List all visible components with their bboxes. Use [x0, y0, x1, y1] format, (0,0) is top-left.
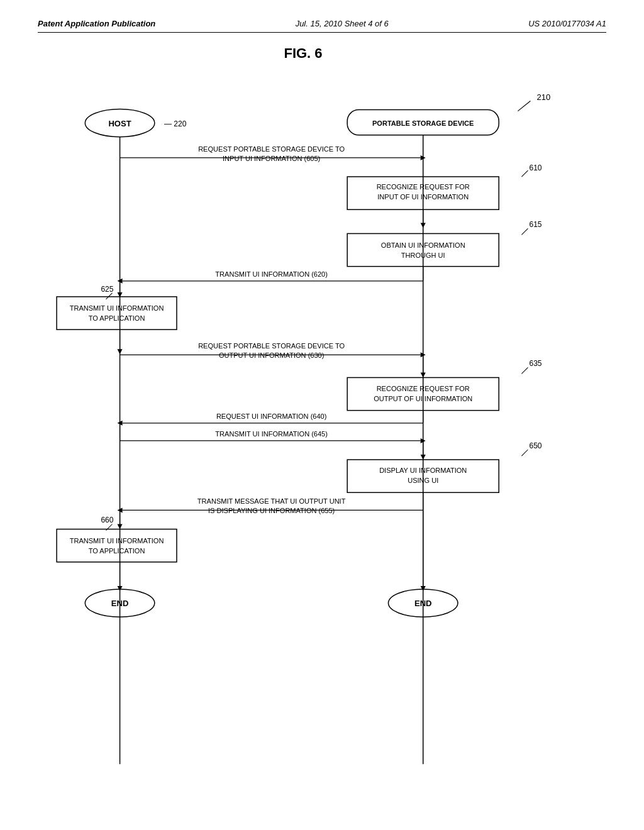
host-label: HOST [108, 119, 131, 128]
step-625-line2: TO APPLICATION [89, 314, 145, 322]
header-publication: Patent Application Publication [38, 19, 155, 28]
arrowhead-to-660 [118, 524, 123, 529]
step-625-box [57, 297, 177, 329]
step-605-line2: INPUT UI INFORMATION (605) [223, 155, 320, 162]
ref-625-line [106, 293, 112, 299]
ref-610: 610 [529, 163, 541, 172]
svg-line-0 [518, 101, 530, 111]
step-655-line1: TRANSMIT MESSAGE THAT UI OUTPUT UNIT [197, 497, 346, 505]
step-635-line2: OUTPUT OF UI INFORMATION [374, 395, 472, 402]
ref-625: 625 [101, 285, 113, 294]
header-date-sheet: Jul. 15, 2010 Sheet 4 of 6 [296, 19, 389, 28]
arrowhead-portable-end [421, 586, 426, 591]
ref-615: 615 [529, 220, 541, 229]
header-patent-number: US 2010/0177034 A1 [528, 19, 606, 28]
portable-storage-label: PORTABLE STORAGE DEVICE [372, 119, 474, 127]
arrowhead-660-end [118, 586, 123, 591]
step-660-line2: TO APPLICATION [89, 547, 145, 555]
page: Patent Application Publication Jul. 15, … [0, 0, 644, 830]
step-605-line1: REQUEST PORTABLE STORAGE DEVICE TO [198, 145, 345, 153]
ref-635: 635 [529, 359, 541, 368]
diagram-area: FIG. 6 210 HOST — 220 PORTABLE STORAGE D… [38, 45, 606, 800]
arrowhead-630-635 [421, 372, 426, 377]
step-610-line2: INPUT OF UI INFORMATION [377, 193, 469, 201]
flowchart-diagram: 210 HOST — 220 PORTABLE STORAGE DEVICE R… [38, 80, 606, 822]
step-630-line1: REQUEST PORTABLE STORAGE DEVICE TO [198, 342, 345, 350]
step-630-line2: OUTPUT UI INFORMATION (630) [219, 351, 325, 359]
step-660-box [57, 529, 177, 562]
arrowhead-610-615 [421, 223, 426, 228]
step-635-line1: RECOGNIZE REQUEST FOR [377, 385, 470, 392]
ref-635-line [521, 367, 528, 374]
figure-title: FIG. 6 [0, 45, 606, 62]
ref-610-line [521, 170, 528, 177]
ref-650: 650 [529, 441, 541, 450]
ref-615-line [521, 228, 528, 235]
step-650-line2: USING UI [408, 477, 438, 484]
ref-220: — 220 [164, 119, 187, 128]
step-625-line1: TRANSMIT UI INFORMATION [70, 304, 164, 312]
step-640-text: REQUEST UI INFORMATION (640) [216, 412, 327, 420]
step-660-line1: TRANSMIT UI INFORMATION [70, 537, 164, 545]
step-610-line1: RECOGNIZE REQUEST FOR [377, 183, 470, 191]
end-left-label: END [111, 599, 129, 608]
step-655-line2: IS DISPLAYING UI INFORMATION (655) [208, 507, 335, 514]
step-645-text: TRANSMIT UI INFORMATION (645) [215, 430, 328, 438]
arrowhead-645-650 [421, 455, 426, 460]
step-615-line2: THROUGH UI [401, 252, 445, 259]
end-right-label: END [414, 599, 432, 608]
step-650-line1: DISPLAY UI INFORMATION [379, 467, 467, 474]
arrowhead-625-630 [118, 349, 123, 354]
step-615-line1: OBTAIN UI INFORMATION [381, 241, 465, 249]
page-header: Patent Application Publication Jul. 15, … [38, 19, 606, 33]
ref-660: 660 [101, 516, 113, 525]
ref-210: 210 [537, 92, 551, 102]
step-620-text: TRANSMIT UI INFORMATION (620) [215, 270, 328, 278]
ref-650-line [521, 450, 528, 456]
